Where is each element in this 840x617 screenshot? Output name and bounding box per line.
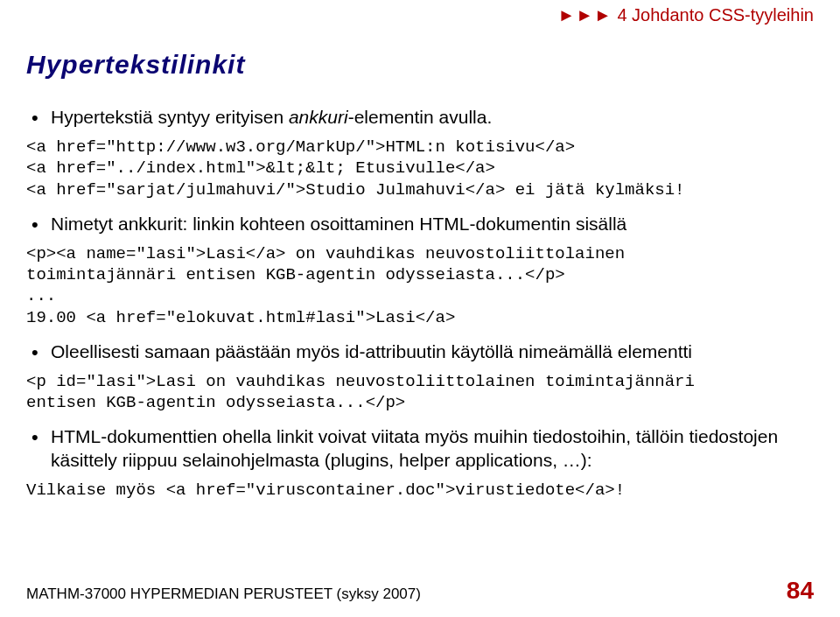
bullet-list-3: Oleellisesti samaan päästään myös id-att…: [26, 340, 814, 364]
bullet-3: Oleellisesti samaan päästään myös id-att…: [26, 340, 814, 364]
code-block-4: Vilkaise myös <a href="viruscontainer.do…: [26, 480, 814, 501]
arrow-icon: ►►►: [557, 5, 612, 25]
page-number: 84: [787, 577, 814, 605]
code-block-3: <p id="lasi">Lasi on vauhdikas neuvostol…: [26, 371, 814, 414]
page-heading: Hypertekstilinkit: [26, 50, 814, 80]
bullet-list-2: Nimetyt ankkurit: linkin kohteen osoitta…: [26, 213, 814, 236]
bullet-list: Hypertekstiä syntyy erityisen ankkuri-el…: [26, 106, 814, 130]
footer: MATHM-37000 HYPERMEDIAN PERUSTEET (syksy…: [26, 577, 814, 605]
bullet-2: Nimetyt ankkurit: linkin kohteen osoitta…: [26, 213, 814, 236]
chapter-header: ►►► 4 Johdanto CSS-tyyleihin: [26, 5, 814, 25]
bullet-1-text: Hypertekstiä syntyy erityisen ankkuri-el…: [51, 107, 492, 127]
chapter-title: 4 Johdanto CSS-tyyleihin: [617, 5, 814, 25]
footer-course: MATHM-37000 HYPERMEDIAN PERUSTEET (syksy…: [26, 585, 421, 603]
code-block-2: <p><a name="lasi">Lasi</a> on vauhdikas …: [26, 243, 814, 328]
bullet-1: Hypertekstiä syntyy erityisen ankkuri-el…: [26, 106, 814, 130]
bullet-list-4: HTML-dokumenttien ohella linkit voivat v…: [26, 425, 814, 473]
code-block-1: <a href="http://www.w3.org/MarkUp/">HTML…: [26, 137, 814, 200]
page: ►►► 4 Johdanto CSS-tyyleihin Hyperteksti…: [0, 0, 840, 617]
bullet-4: HTML-dokumenttien ohella linkit voivat v…: [26, 425, 814, 473]
